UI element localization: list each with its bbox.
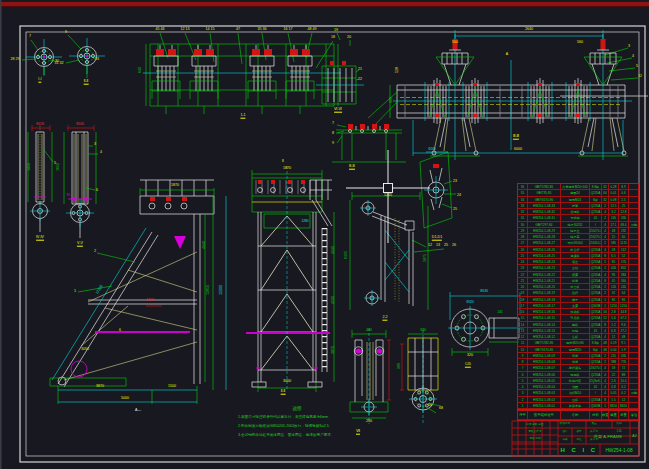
- dim-label: A: [506, 53, 508, 57]
- bom-cell: 31: [518, 215, 528, 220]
- bom-cell: 斜撑: [561, 278, 590, 283]
- titleblock-label: 审核: [562, 439, 567, 442]
- bom-cell: 16: [602, 309, 609, 314]
- dim-label: 5000: [121, 397, 129, 401]
- dim-label: 3050: [81, 348, 89, 352]
- bom-cell: 25: [619, 203, 629, 208]
- bom-cell: 2: [602, 203, 609, 208]
- dim-label: 6325: [345, 251, 349, 259]
- bom-cell: 360: [619, 278, 629, 283]
- titleblock-label: 第 1 张: [590, 439, 598, 442]
- bom-cell: 6: [518, 372, 528, 377]
- bom-cell: 拉板: [561, 334, 590, 339]
- bom-cell: 2: [602, 215, 609, 220]
- bom-cell: 16: [518, 309, 528, 314]
- bom-cell: 1: [518, 403, 528, 408]
- dim-label: 8: [332, 132, 334, 136]
- dim-label: 23: [453, 180, 457, 184]
- dim-label: 28 29: [11, 58, 20, 62]
- bom-cell: 5.6: [609, 315, 619, 320]
- bom-cell: 8级: [590, 347, 602, 352]
- bom-cell: 护罩: [561, 203, 590, 208]
- bom-cell: 2: [518, 397, 528, 402]
- bom-cell: 8650: [609, 403, 619, 408]
- bom-cell: 1: [602, 403, 609, 408]
- bom-cell: 27.2: [619, 328, 629, 333]
- dim-label: 980: [398, 363, 402, 369]
- bom-cell: 85: [609, 259, 619, 264]
- bom-cell: [629, 340, 638, 345]
- dim-label: 3870: [332, 346, 336, 354]
- bom-cell: 17: [518, 303, 528, 308]
- bom-cell: HW254-1-08-33: [528, 203, 561, 208]
- bom-cell: 数量: [602, 411, 609, 419]
- dim-label: Φ426: [36, 123, 44, 126]
- titleblock-label: 批准: [576, 439, 581, 442]
- bom-cell: 螺栓M20×80: [561, 340, 590, 345]
- bom-cell: 1: [602, 303, 609, 308]
- notes-title: 说明: [238, 405, 356, 413]
- titleblock-label: 阶段标记: [560, 423, 570, 426]
- bom-cell: [629, 209, 638, 214]
- note-line: 2.构件制造与验收按GB50205-2001执行，除锈等级Sa2.5。: [238, 422, 356, 431]
- view-shaft-end-detail: [448, 292, 524, 356]
- bom-cell: Q235A: [590, 209, 602, 214]
- bom-cell: [629, 372, 638, 377]
- bom-cell: [629, 290, 638, 295]
- view-bench-assembly: [332, 124, 406, 162]
- bom-cell: [629, 309, 638, 314]
- bom-cell: 1.2: [609, 322, 619, 327]
- dim-label: 12: [428, 244, 432, 248]
- notes-lines: 1.本图尺寸除注明者外均以毫米计，未注焊缝高度为6mm。2.构件制造与验收按GB…: [238, 413, 356, 440]
- bom-cell: 215: [609, 353, 619, 358]
- dim-label: Ⅱ-Ⅱ: [281, 390, 286, 395]
- view-sheave-platform-top: [143, 33, 341, 114]
- bom-cell: 10.4: [619, 378, 629, 383]
- bom-cell: [629, 184, 638, 189]
- dim-label: 31 32: [55, 62, 64, 66]
- bom-cell: 26: [518, 247, 528, 252]
- dim-label: B-B: [349, 165, 355, 170]
- bom-cell: 8: [602, 278, 609, 283]
- dim-label: 250: [366, 420, 372, 424]
- bom-cell: HW254-1-08-03: [528, 390, 561, 395]
- bom-cell: HW254-1-08-01: [528, 403, 561, 408]
- bom-cell: Q235A: [590, 284, 602, 289]
- bom-cell: 88: [619, 372, 629, 377]
- view-pedestal-top: [316, 33, 364, 104]
- bom-cell: Q235A: [590, 372, 602, 377]
- dim-label: Φ630: [480, 290, 488, 293]
- bom-cell: HW254-1-08-14: [528, 322, 561, 327]
- bom-cell: 45: [609, 278, 619, 283]
- bom-cell: 2: [602, 259, 609, 264]
- bom-cell: HW254-1-08-17: [528, 303, 561, 308]
- dim-label: 4: [632, 55, 634, 59]
- bom-cell: [629, 315, 638, 320]
- bom-cell: HW254-1-08-04: [528, 384, 561, 389]
- bom-cell: HW254-1-08-19: [528, 290, 561, 295]
- bom-cell: HW254-1-08-24: [528, 259, 561, 264]
- bom-cell: 9.1: [619, 340, 629, 345]
- bom-cell: 12: [609, 334, 619, 339]
- bom-cell: 14: [518, 322, 528, 327]
- bom-row: 1HW254-1-08-01井架本体Q345B186508650: [518, 403, 638, 409]
- bom-cell: 52: [619, 253, 629, 258]
- titleblock-label: 更改文件号: [529, 431, 542, 434]
- bom-cell: 29: [518, 228, 528, 233]
- bom-cell: 17.1: [609, 222, 619, 227]
- dim-label: 25: [453, 208, 457, 212]
- dim-label: 6: [96, 189, 98, 193]
- titleblock-label: 设计: [562, 431, 567, 434]
- dim-label: 2640: [525, 28, 533, 32]
- dim-label: 560: [577, 41, 583, 45]
- bom-cell: 4: [602, 328, 609, 333]
- bom-cell: 86: [609, 297, 619, 302]
- bom-cell: 栏杆: [561, 290, 590, 295]
- bom-cell: Q235A: [590, 190, 602, 195]
- bom-cell: 销轴: [561, 328, 590, 333]
- bom-cell: 12.8: [619, 209, 629, 214]
- bom-cell: 12: [619, 397, 629, 402]
- bom-cell: HW254-1-08-02: [528, 397, 561, 402]
- view-sheave-beam-elevation: [368, 30, 648, 160]
- bom-cell: 388: [609, 359, 619, 364]
